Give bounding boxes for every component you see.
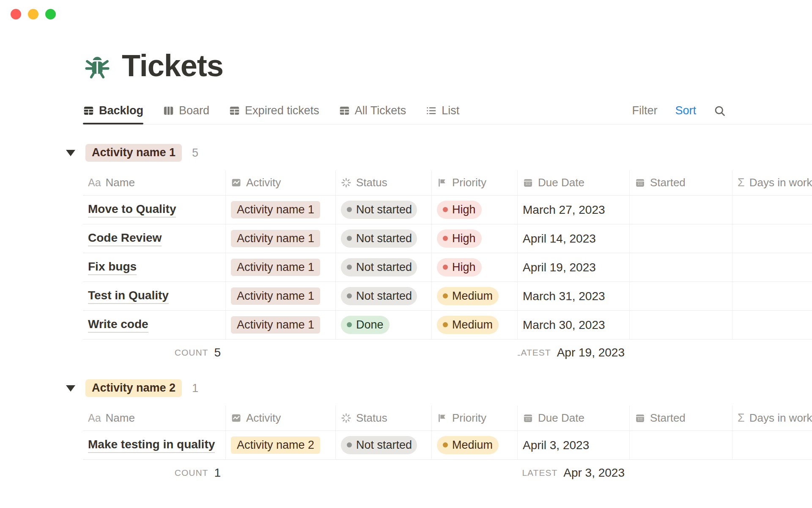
status-cell[interactable]: Done: [336, 311, 432, 339]
due-date-cell[interactable]: April 19, 2023: [518, 253, 630, 282]
status-cell[interactable]: Not started: [336, 224, 432, 253]
priority-pill: High: [437, 258, 482, 276]
table-header-row: Aa Name Activity Status: [83, 170, 812, 196]
status-cell[interactable]: Not started: [336, 196, 432, 224]
priority-cell[interactable]: Medium: [432, 311, 518, 339]
column-header-days-in-work[interactable]: Σ Days in work: [732, 170, 812, 195]
priority-cell[interactable]: High: [432, 253, 518, 282]
collapse-group-toggle[interactable]: [66, 385, 75, 392]
started-cell[interactable]: [630, 311, 732, 339]
bug-icon[interactable]: [83, 51, 112, 80]
page-title[interactable]: Tickets: [122, 50, 223, 81]
latest-aggregate[interactable]: LATEST Apr 19, 2023: [518, 340, 630, 366]
column-header-status[interactable]: Status: [336, 406, 432, 431]
priority-dot: [443, 207, 448, 212]
days-in-work-cell[interactable]: [732, 431, 812, 459]
sort-button[interactable]: Sort: [675, 104, 696, 117]
days-in-work-cell[interactable]: [732, 282, 812, 310]
group-title-pill[interactable]: Activity name 2: [85, 379, 182, 397]
days-in-work-cell[interactable]: [732, 311, 812, 339]
filter-button[interactable]: Filter: [632, 104, 657, 117]
tab-list[interactable]: List: [425, 97, 459, 124]
priority-cell[interactable]: High: [432, 196, 518, 224]
status-pill: Not started: [341, 287, 417, 305]
priority-dot: [443, 442, 448, 447]
column-header-days-in-work[interactable]: Σ Days in work: [732, 406, 812, 431]
activity-pill: Activity name 1: [231, 201, 320, 218]
days-in-work-cell[interactable]: [732, 224, 812, 253]
group-title-pill[interactable]: Activity name 1: [85, 144, 182, 161]
started-cell[interactable]: [630, 196, 732, 224]
status-cell[interactable]: Not started: [336, 253, 432, 282]
priority-pill: Medium: [437, 436, 499, 454]
close-window-button[interactable]: [11, 9, 21, 19]
table-icon: [83, 105, 94, 116]
ticket-name-cell[interactable]: Write code: [83, 311, 226, 339]
started-cell[interactable]: [630, 282, 732, 310]
activity-cell[interactable]: Activity name 1: [226, 196, 336, 224]
priority-cell[interactable]: High: [432, 224, 518, 253]
due-date-cell[interactable]: March 31, 2023: [518, 282, 630, 310]
due-date-cell[interactable]: March 27, 2023: [518, 196, 630, 224]
started-cell[interactable]: [630, 431, 732, 459]
due-date-cell[interactable]: April 3, 2023: [518, 431, 630, 459]
status-pill: Not started: [341, 258, 417, 276]
ticket-name-cell[interactable]: Code Review: [83, 224, 226, 253]
group-header: Activity name 2 1: [66, 379, 812, 397]
activity-cell[interactable]: Activity name 1: [226, 224, 336, 253]
group-header: Activity name 1 5: [66, 144, 812, 162]
column-header-activity[interactable]: Activity: [226, 406, 336, 431]
tab-backlog[interactable]: Backlog: [83, 97, 143, 124]
activity-cell[interactable]: Activity name 2: [226, 431, 336, 459]
page-header: Tickets: [83, 47, 812, 84]
status-cell[interactable]: Not started: [336, 282, 432, 310]
priority-cell[interactable]: Medium: [432, 282, 518, 310]
due-date-cell[interactable]: March 30, 2023: [518, 311, 630, 339]
column-header-priority[interactable]: Priority: [432, 170, 518, 195]
ticket-name: Move to Quality: [88, 202, 176, 218]
ticket-name-cell[interactable]: Move to Quality: [83, 196, 226, 224]
ticket-name-cell[interactable]: Fix bugs: [83, 253, 226, 282]
ticket-name-cell[interactable]: Make testing in quality: [83, 431, 226, 459]
column-header-started[interactable]: Started: [630, 406, 732, 431]
sigma-icon: Σ: [738, 411, 745, 425]
started-cell[interactable]: [630, 224, 732, 253]
column-header-priority[interactable]: Priority: [432, 406, 518, 431]
activity-cell[interactable]: Activity name 1: [226, 282, 336, 310]
activity-pill: Activity name 1: [231, 287, 320, 304]
column-header-due-date[interactable]: Due Date: [518, 406, 630, 431]
ticket-name: Fix bugs: [88, 260, 137, 275]
started-cell[interactable]: [630, 253, 732, 282]
status-cell[interactable]: Not started: [336, 431, 432, 459]
activity-cell[interactable]: Activity name 1: [226, 253, 336, 282]
search-button[interactable]: [714, 105, 726, 117]
flag-icon: [437, 177, 447, 188]
collapse-group-toggle[interactable]: [66, 150, 75, 156]
column-header-name[interactable]: Aa Name: [83, 406, 226, 431]
group-activity-name-2: Activity name 2 1 Aa Name Activity: [0, 379, 812, 486]
minimize-window-button[interactable]: [28, 9, 38, 19]
zoom-window-button[interactable]: [45, 9, 56, 19]
count-aggregate[interactable]: COUNT 5: [83, 340, 226, 366]
column-header-activity[interactable]: Activity: [226, 170, 336, 195]
table-row: Make testing in quality Activity name 2 …: [83, 431, 812, 460]
days-in-work-cell[interactable]: [732, 253, 812, 282]
activity-cell[interactable]: Activity name 1: [226, 311, 336, 339]
column-header-due-date[interactable]: Due Date: [518, 170, 630, 195]
tab-expired-tickets[interactable]: Expired tickets: [229, 97, 319, 124]
status-dot: [347, 207, 352, 212]
ticket-name: Code Review: [88, 231, 162, 246]
tab-board[interactable]: Board: [163, 97, 209, 124]
tab-all-tickets[interactable]: All Tickets: [339, 97, 406, 124]
column-header-name[interactable]: Aa Name: [83, 170, 226, 195]
priority-cell[interactable]: Medium: [432, 431, 518, 459]
days-in-work-cell[interactable]: [732, 196, 812, 224]
column-header-status[interactable]: Status: [336, 170, 432, 195]
sigma-icon: Σ: [738, 176, 745, 189]
column-header-started[interactable]: Started: [630, 170, 732, 195]
count-aggregate[interactable]: COUNT 1: [83, 460, 226, 486]
status-dot: [347, 265, 352, 270]
latest-aggregate[interactable]: LATEST Apr 3, 2023: [518, 460, 630, 486]
due-date-cell[interactable]: April 14, 2023: [518, 224, 630, 253]
ticket-name-cell[interactable]: Test in Quality: [83, 282, 226, 310]
